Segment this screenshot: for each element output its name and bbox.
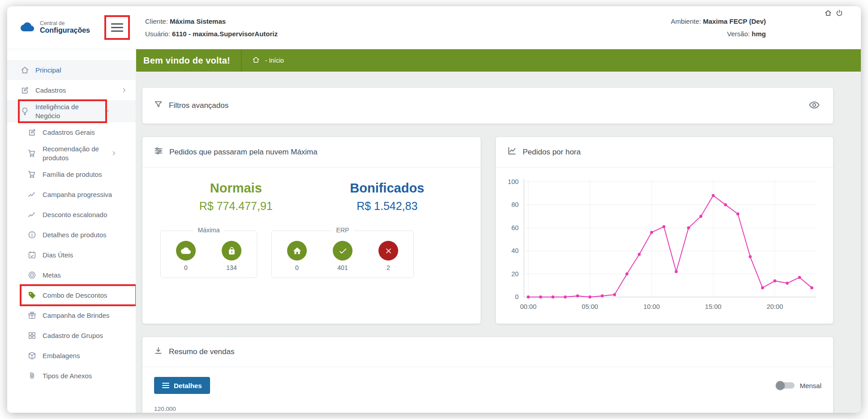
sidebar-item-label: Inteligência de Negócio: [35, 103, 97, 120]
sidebar-item-label: Embalagens: [43, 351, 128, 360]
tag-icon: [28, 291, 36, 299]
chevron-right-icon: [121, 87, 128, 94]
chevron-down-icon: [103, 108, 110, 115]
svg-text:40: 40: [511, 247, 519, 254]
home-icon[interactable]: [252, 56, 260, 65]
sidebar-toggle-button[interactable]: [110, 20, 124, 35]
sidebar-item-label: Cadastro de Grupos: [43, 331, 128, 340]
bulb-icon: [21, 107, 29, 115]
toggle-knob: [776, 381, 785, 390]
sidebar-item-cadastros[interactable]: Cadastros: [7, 80, 136, 100]
user-row: Usuário: 6110 - maxima.SupervisorAutoriz: [145, 28, 278, 40]
advanced-filters-card: Filtros avançados: [142, 88, 833, 124]
details-button[interactable]: Detalhes: [154, 377, 210, 394]
home-icon: [287, 241, 307, 261]
sidebar-item-label: Campanha progressiva: [43, 190, 128, 199]
grid-icon: [28, 331, 36, 340]
svg-text:05:00: 05:00: [582, 303, 598, 310]
sidebar-item-desconto-escalonado[interactable]: Desconto escalonado: [7, 205, 136, 225]
sidebar-item-metas[interactable]: Metas: [7, 265, 136, 285]
calendar-check-icon: [28, 251, 36, 259]
breadcrumb-label: - Início: [265, 57, 284, 64]
welcome-banner: Bem vindo de volta! - Início: [136, 49, 861, 72]
orders-card-header: Pedidos que passaram pela nuvem Máxima: [142, 137, 481, 167]
svg-text:100: 100: [508, 178, 519, 185]
sidebar-item-combo-de-descontos[interactable]: Combo de Descontos: [7, 285, 136, 305]
monthly-toggle-switch[interactable]: [777, 382, 795, 389]
sidebar-item-familia-de-produtos[interactable]: Família de produtos: [7, 164, 136, 184]
environment-row: Ambiente: Maxima FECP (Dev): [671, 15, 766, 28]
power-icon[interactable]: [836, 9, 843, 17]
svg-text:15:00: 15:00: [705, 303, 722, 310]
erp-success-count: 401: [333, 264, 352, 271]
sidebar-item-tipos-de-anexos[interactable]: Tipos de Anexos: [7, 366, 136, 386]
list-icon: [162, 381, 169, 389]
sidebar-item-cadastros-gerais[interactable]: Cadastros Gerais: [7, 122, 136, 142]
cloud-icon: [176, 241, 196, 261]
sidebar-item-label: Principal: [35, 66, 128, 75]
logo-line2: Configurações: [40, 26, 90, 34]
cart-icon: [28, 149, 36, 158]
cloud-logo-icon: [19, 20, 36, 35]
sidebar-item-label: Cadastros Gerais: [43, 128, 128, 137]
sidebar-item-inteligencia-de-negocio[interactable]: Inteligência de Negócio: [7, 100, 136, 122]
home-icon[interactable]: [825, 9, 832, 17]
home-icon: [21, 66, 29, 74]
erp-error-count: 2: [378, 264, 398, 271]
chevron-right-icon: [111, 150, 117, 157]
sidebar-item-label: Combo de Descontos: [43, 291, 128, 300]
monthly-toggle-label: Mensal: [800, 382, 821, 389]
edit-icon: [21, 86, 29, 94]
eye-icon: [809, 101, 820, 110]
logo-line1: Central de: [40, 21, 90, 26]
sidebar-item-principal[interactable]: Principal: [7, 60, 136, 80]
app-header: Central de Configurações Cliente: Máxima…: [7, 6, 861, 49]
main-column: Bem vindo de volta! - Início Filtros ava…: [136, 49, 861, 413]
maxima-group-label: Máxima: [193, 227, 224, 234]
sidebar-item-campanha-de-brindes[interactable]: Campanha de Brindes: [7, 305, 136, 325]
hamburger-annotation-box: [104, 15, 130, 40]
toggle-filters-visibility-button[interactable]: [807, 99, 821, 112]
sales-chart-axis-label: 120.000: [154, 406, 821, 412]
lock-count: 134: [222, 264, 241, 271]
app-window: Central de Configurações Cliente: Máxima…: [7, 6, 861, 413]
cart-icon: [28, 170, 36, 179]
sidebar-item-cadastro-de-grupos[interactable]: Cadastro de Grupos: [7, 325, 136, 346]
erp-error-status: 2: [378, 241, 398, 271]
version-label: Versão:: [727, 30, 750, 38]
cloud-count: 0: [176, 264, 196, 271]
sidebar-item-campanha-progressiva[interactable]: Campanha progressiva: [7, 184, 136, 205]
sidebar-item-label: Família de produtos: [43, 170, 128, 179]
orders-summary-card: Pedidos que passaram pela nuvem Máxima N…: [142, 137, 481, 324]
session-info: Cliente: Máxima Sistemas Usuário: 6110 -…: [136, 15, 278, 40]
hourly-card-title: Pedidos por hora: [523, 148, 580, 157]
svg-text:20: 20: [511, 270, 519, 278]
sales-card-body: Detalhes Mensal 120.000: [142, 367, 833, 412]
environment-label: Ambiente:: [671, 17, 701, 25]
sidebar-item-recomendacao-de-produtos[interactable]: Recomendação de produtos: [7, 142, 136, 164]
info-icon: [28, 231, 36, 239]
funnel-icon: [154, 100, 163, 111]
orders-card-title: Pedidos que passaram pela nuvem Máxima: [169, 148, 318, 157]
maxima-lock-status: 134: [222, 241, 241, 271]
sidebar-item-label: Cadastros: [35, 86, 115, 95]
welcome-title: Bem vindo de volta!: [143, 56, 230, 66]
client-label: Cliente:: [145, 17, 168, 25]
sidebar-item-detalhes-de-produtos[interactable]: Detalhes de produtos: [7, 225, 136, 245]
target-icon: [28, 271, 36, 279]
corner-icons: [825, 9, 843, 17]
sidebar-item-embalagens[interactable]: Embalagens: [7, 346, 136, 366]
erp-group-label: ERP: [332, 227, 354, 234]
hamburger-icon: [111, 23, 123, 25]
sales-card-title: Resumo de vendas: [169, 347, 234, 356]
svg-text:10:00: 10:00: [643, 303, 660, 310]
erp-status-group: ERP 0 401: [271, 231, 414, 278]
sidebar-item-label: Desconto escalonado: [43, 210, 128, 219]
bonified-orders-label: Bonificados: [312, 181, 463, 196]
lock-icon: [222, 241, 241, 261]
erp-home-count: 0: [287, 264, 307, 271]
hourly-chart-area: 02040608010000:0005:0010:0015:0020:00: [496, 167, 833, 324]
sidebar-item-label: Metas: [43, 271, 128, 280]
sidebar-item-dias-uteis[interactable]: Dias Úteis: [7, 245, 136, 265]
client-value: Máxima Sistemas: [170, 17, 226, 25]
